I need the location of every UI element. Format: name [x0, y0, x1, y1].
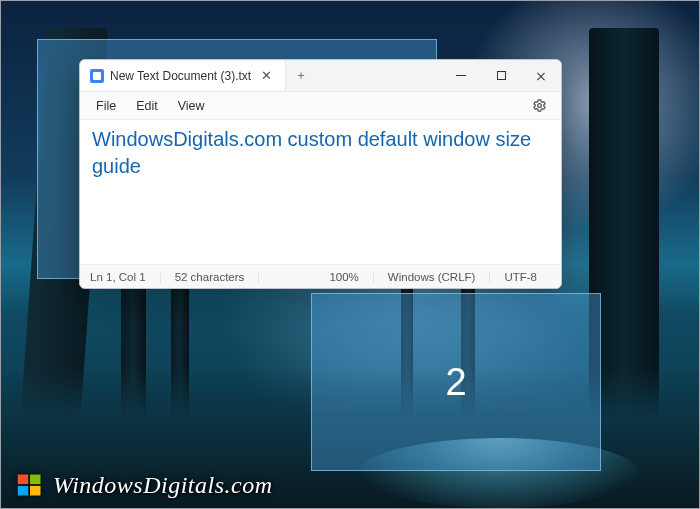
gear-icon	[532, 98, 547, 113]
menu-file[interactable]: File	[88, 96, 124, 116]
menu-view[interactable]: View	[170, 96, 213, 116]
menu-edit[interactable]: Edit	[128, 96, 166, 116]
notepad-window[interactable]: New Text Document (3).txt ✕ ＋ File Edit …	[79, 59, 562, 289]
titlebar[interactable]: New Text Document (3).txt ✕ ＋	[80, 60, 561, 92]
statusbar: Ln 1, Col 1 52 characters 100% Windows (…	[80, 264, 561, 288]
svg-point-0	[538, 104, 542, 108]
notepad-icon	[90, 69, 104, 83]
selection-overlay-2: 2	[311, 293, 601, 471]
new-tab-button[interactable]: ＋	[286, 60, 316, 91]
document-tab[interactable]: New Text Document (3).txt ✕	[80, 60, 286, 91]
status-eol: Windows (CRLF)	[374, 271, 491, 283]
editor-content[interactable]: WindowsDigitals.com custom default windo…	[80, 120, 561, 264]
desktop-wallpaper: 1 New Text Document (3).txt ✕ ＋ File Edi…	[0, 0, 700, 509]
document-tab-title: New Text Document (3).txt	[110, 69, 251, 83]
svg-rect-4	[30, 486, 41, 496]
svg-rect-2	[30, 475, 41, 485]
menubar: File Edit View	[80, 92, 561, 120]
svg-rect-1	[18, 475, 29, 485]
minimize-button[interactable]	[441, 60, 481, 91]
svg-rect-3	[18, 486, 29, 496]
settings-button[interactable]	[526, 95, 553, 116]
maximize-button[interactable]	[481, 60, 521, 91]
overlay-label-2: 2	[445, 361, 466, 404]
status-encoding: UTF-8	[490, 271, 551, 283]
close-button[interactable]	[521, 60, 561, 91]
status-zoom[interactable]: 100%	[315, 271, 373, 283]
windows-logo-icon	[15, 470, 45, 500]
watermark-text: WindowsDigitals.com	[53, 472, 273, 499]
status-char-count: 52 characters	[161, 271, 260, 283]
tab-close-button[interactable]: ✕	[257, 67, 275, 85]
site-watermark: WindowsDigitals.com	[15, 470, 273, 500]
titlebar-spacer[interactable]	[316, 60, 441, 91]
status-cursor: Ln 1, Col 1	[90, 271, 161, 283]
